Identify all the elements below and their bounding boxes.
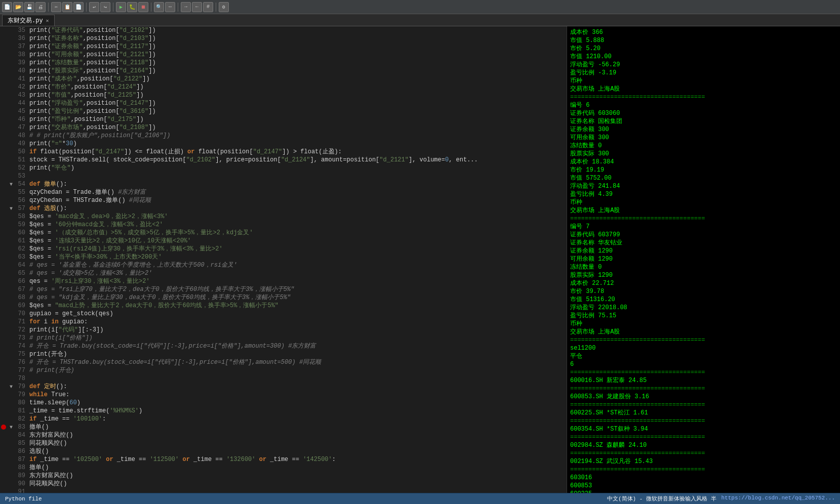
breakpoint-col[interactable]	[0, 342, 8, 350]
fold-col[interactable]	[8, 391, 14, 399]
breakpoint-col[interactable]	[0, 245, 8, 253]
fold-col[interactable]	[8, 51, 14, 59]
fold-col[interactable]: ▼	[8, 383, 14, 391]
breakpoint-col[interactable]	[0, 269, 8, 277]
breakpoint-col[interactable]	[0, 464, 8, 472]
fold-col[interactable]	[8, 75, 14, 83]
fold-col[interactable]	[8, 455, 14, 464]
breakpoint-col[interactable]	[0, 366, 8, 374]
breakpoint-col[interactable]	[0, 350, 8, 358]
breakpoint-col[interactable]	[0, 423, 8, 431]
breakpoint-col[interactable]	[0, 115, 8, 123]
breakpoint-col[interactable]	[0, 67, 8, 75]
fold-col[interactable]: ▼	[8, 423, 14, 431]
breakpoint-col[interactable]	[0, 83, 8, 91]
toolbar-btn-copy[interactable]: 📋	[62, 2, 72, 12]
breakpoint-col[interactable]	[0, 51, 8, 59]
tab-close[interactable]: ✕	[46, 18, 49, 24]
toolbar-btn-open[interactable]: 📂	[13, 2, 23, 12]
toolbar-btn-new[interactable]: 📄	[2, 2, 12, 12]
fold-col[interactable]	[8, 26, 14, 34]
breakpoint-col[interactable]	[0, 415, 8, 423]
breakpoint-col[interactable]	[0, 123, 8, 132]
breakpoint-col[interactable]	[0, 293, 8, 302]
fold-col[interactable]	[8, 91, 14, 99]
fold-col[interactable]	[8, 285, 14, 293]
fold-col[interactable]	[8, 115, 14, 123]
fold-col[interactable]	[8, 67, 14, 75]
fold-col[interactable]	[8, 83, 14, 91]
fold-col[interactable]	[8, 164, 14, 172]
fold-col[interactable]: ▼	[8, 204, 14, 213]
fold-col[interactable]	[8, 59, 14, 67]
fold-col[interactable]	[8, 269, 14, 277]
tab-main[interactable]: 东财交易.py ✕	[2, 15, 55, 26]
breakpoint-col[interactable]	[0, 34, 8, 43]
fold-col[interactable]	[8, 156, 14, 164]
fold-col[interactable]	[8, 148, 14, 156]
breakpoint-col[interactable]	[0, 431, 8, 439]
toolbar-btn-run[interactable]: ▶	[116, 2, 126, 12]
breakpoint-col[interactable]	[0, 383, 8, 391]
fold-col[interactable]	[8, 326, 14, 334]
fold-col[interactable]	[8, 310, 14, 318]
breakpoint-col[interactable]	[0, 213, 8, 221]
fold-col[interactable]	[8, 123, 14, 132]
toolbar-btn-debug[interactable]: 🐛	[127, 2, 137, 12]
breakpoint-col[interactable]	[0, 75, 8, 83]
fold-col[interactable]	[8, 439, 14, 447]
fold-col[interactable]	[8, 415, 14, 423]
breakpoint-col[interactable]	[0, 132, 8, 140]
fold-col[interactable]	[8, 431, 14, 439]
fold-col[interactable]	[8, 472, 14, 480]
breakpoint-col[interactable]	[0, 107, 8, 115]
breakpoint-col[interactable]	[0, 261, 8, 269]
breakpoint-col[interactable]	[0, 439, 8, 447]
breakpoint-col[interactable]	[0, 99, 8, 107]
fold-col[interactable]	[8, 107, 14, 115]
breakpoint-col[interactable]	[0, 26, 8, 34]
breakpoint-col[interactable]	[0, 253, 8, 261]
breakpoint-col[interactable]	[0, 480, 8, 488]
fold-col[interactable]	[8, 374, 14, 383]
fold-col[interactable]	[8, 350, 14, 358]
breakpoint-col[interactable]	[0, 164, 8, 172]
fold-col[interactable]	[8, 342, 14, 350]
breakpoint-col[interactable]	[0, 358, 8, 366]
fold-col[interactable]	[8, 132, 14, 140]
breakpoint-col[interactable]	[0, 302, 8, 310]
toolbar-btn-find[interactable]: 🔍	[154, 2, 164, 12]
fold-col[interactable]	[8, 334, 14, 342]
breakpoint-col[interactable]	[0, 399, 8, 407]
breakpoint-col[interactable]	[0, 204, 8, 213]
breakpoint-col[interactable]	[0, 391, 8, 399]
fold-col[interactable]	[8, 399, 14, 407]
fold-col[interactable]	[8, 188, 14, 196]
fold-col[interactable]	[8, 302, 14, 310]
fold-col[interactable]	[8, 447, 14, 455]
fold-col[interactable]	[8, 488, 14, 493]
fold-col[interactable]	[8, 245, 14, 253]
fold-col[interactable]	[8, 237, 14, 245]
fold-col[interactable]	[8, 229, 14, 237]
fold-col[interactable]: ▼	[8, 180, 14, 188]
breakpoint-col[interactable]	[0, 407, 8, 415]
breakpoint-col[interactable]	[0, 447, 8, 455]
fold-col[interactable]	[8, 172, 14, 180]
right-panel[interactable]: 成本价 366市值 5.888市价 5.20市值 1210.00浮动盈亏 -56…	[567, 26, 840, 493]
fold-col[interactable]	[8, 43, 14, 51]
breakpoint-col[interactable]	[0, 188, 8, 196]
fold-col[interactable]	[8, 221, 14, 229]
toolbar-btn-redo[interactable]: ↪	[100, 2, 110, 12]
fold-col[interactable]	[8, 261, 14, 269]
fold-col[interactable]	[8, 293, 14, 302]
toolbar-btn-cut[interactable]: ✂	[51, 2, 61, 12]
breakpoint-col[interactable]	[0, 374, 8, 383]
breakpoint-col[interactable]	[0, 148, 8, 156]
toolbar-btn-print[interactable]: 🖨	[35, 2, 46, 12]
breakpoint-col[interactable]	[0, 156, 8, 164]
fold-col[interactable]	[8, 196, 14, 204]
fold-col[interactable]	[8, 213, 14, 221]
breakpoint-col[interactable]	[0, 140, 8, 148]
breakpoint-col[interactable]	[0, 59, 8, 67]
